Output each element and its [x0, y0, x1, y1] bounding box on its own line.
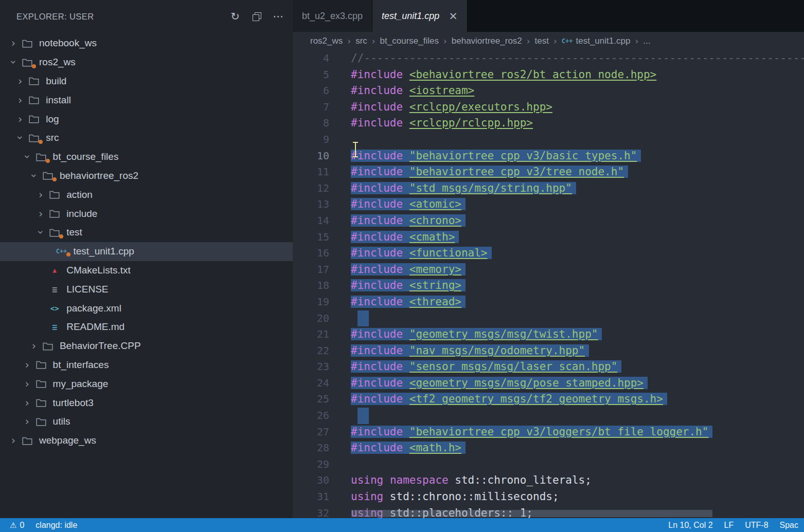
line-content[interactable]: #include <memory> [329, 262, 466, 278]
status-problems[interactable]: ⚠0 [4, 518, 30, 532]
tree-folder-notebook_ws[interactable]: ›notebook_ws [0, 34, 293, 53]
tree-folder-action[interactable]: ›action [0, 185, 293, 204]
line-number: 13 [293, 196, 329, 213]
breadcrumb-item[interactable]: behaviortree_ros2 [452, 36, 522, 46]
code-line: 6#include <iostream> [293, 83, 804, 99]
tree-item-label: CMakeLists.txt [66, 265, 131, 276]
breadcrumb-item[interactable]: C++test_unit1.cpp [562, 36, 631, 46]
tree-item-label: BehaviorTree.CPP [60, 340, 141, 352]
code-line: 18#include <string> [293, 278, 804, 294]
tree-folder-webpage_ws[interactable]: ›webpage_ws [0, 431, 293, 450]
tree-folder-bt_course_files[interactable]: ›bt_course_files [0, 148, 293, 167]
code-line: 19#include <thread> [293, 294, 804, 310]
line-content[interactable]: #include "geometry_msgs/msg/twist.hpp" [329, 326, 602, 343]
line-content[interactable]: #include "std_msgs/msg/string.hpp" [329, 180, 576, 197]
tree-folder-utils[interactable]: ›utils [0, 412, 293, 431]
line-content[interactable]: #include <rclcpp/executors.hpp> [329, 99, 552, 116]
status-indentation[interactable]: Spac [774, 518, 804, 532]
cmake-file-icon: ▲ [47, 266, 62, 274]
tree-file-test_unit1.cpp[interactable]: C++test_unit1.cpp [0, 242, 293, 261]
line-number: 18 [293, 278, 329, 294]
tree-folder-bt_interfaces[interactable]: ›bt_interfaces [0, 356, 293, 375]
breadcrumb-label: bt_course_files [380, 36, 439, 46]
line-number: 21 [293, 326, 329, 343]
tree-folder-src[interactable]: ›src [0, 129, 293, 148]
breadcrumb-item[interactable]: src [355, 36, 367, 46]
tree-folder-test[interactable]: ›test [0, 223, 293, 242]
line-content[interactable]: #include "sensor_msgs/msg/laser_scan.hpp… [329, 359, 621, 375]
tree-file-CMakeLists.txt[interactable]: ▲CMakeLists.txt [0, 261, 293, 280]
line-content[interactable]: #include <iostream> [329, 83, 474, 99]
line-content[interactable] [329, 310, 369, 327]
status-cursor-position[interactable]: Ln 10, Col 2 [663, 518, 718, 532]
horizontal-scrollbar[interactable] [351, 510, 712, 517]
line-content[interactable]: #include <math.h> [329, 440, 466, 456]
tree-folder-ros2_ws[interactable]: ›ros2_ws [0, 53, 293, 72]
tree-file-package.xml[interactable]: <>package.xml [0, 299, 293, 318]
status-clangd[interactable]: clangd: idle [30, 518, 83, 532]
line-content[interactable]: #include <chrono> [329, 213, 466, 229]
tab-test_unit1.cpp[interactable]: test_unit1.cpp× [372, 0, 468, 32]
tree-item-label: include [66, 208, 97, 219]
code-line: 9 [293, 132, 804, 148]
line-content[interactable] [329, 456, 351, 473]
more-actions-button[interactable]: ⋯ [270, 8, 287, 25]
folder-icon [47, 228, 62, 237]
chevron-right-icon: › [14, 75, 26, 87]
line-content[interactable]: #include <behaviortree_ros2/bt_action_no… [329, 67, 656, 83]
chevron-down-icon: › [21, 151, 33, 163]
refresh-explorer-button[interactable]: ↻ [227, 8, 243, 25]
line-content[interactable]: #include <atomic> [329, 196, 466, 213]
tree-folder-install[interactable]: ›install [0, 90, 293, 109]
line-number: 27 [293, 424, 329, 441]
line-content[interactable]: #include "behaviortree_cpp_v3/loggers/bt… [329, 424, 712, 441]
tree-folder-my_package[interactable]: ›my_package [0, 374, 293, 393]
selection-highlight [358, 310, 369, 327]
selection-highlight: #include <math.h> [351, 442, 466, 454]
line-number: 17 [293, 262, 329, 278]
tree-folder-BehaviorTree.CPP[interactable]: ›BehaviorTree.CPP [0, 337, 293, 356]
modified-dot [39, 140, 43, 144]
tree-folder-turtlebot3[interactable]: ›turtlebot3 [0, 393, 293, 412]
line-content[interactable]: using std::chrono::milliseconds; [329, 489, 559, 505]
line-content[interactable]: #include <string> [329, 278, 466, 294]
tree-folder-include[interactable]: ›include [0, 204, 293, 223]
breadcrumb-item[interactable]: bt_course_files [380, 36, 439, 46]
tree-folder-log[interactable]: ›log [0, 109, 293, 129]
status-eol-sequence[interactable]: LF [719, 518, 740, 532]
line-content[interactable]: //--------------------------------------… [329, 50, 804, 67]
breadcrumb-item[interactable]: test [535, 36, 549, 46]
folder-icon [33, 398, 49, 407]
breadcrumb-item[interactable]: ros2_ws [310, 36, 343, 46]
collapse-folders-button[interactable] [248, 8, 265, 25]
close-icon[interactable]: × [449, 10, 458, 22]
tab-bt_u2_ex3.cpp[interactable]: bt_u2_ex3.cpp [293, 0, 372, 32]
line-content[interactable]: #include <thread> [329, 294, 466, 310]
line-content[interactable]: #include <functional> [329, 245, 492, 262]
selection-highlight [358, 408, 369, 424]
line-content[interactable]: #include <cmath> [329, 229, 459, 246]
selection-highlight: #include "sensor_msgs/msg/laser_scan.hpp… [351, 360, 621, 373]
tree-item-label: webpage_ws [39, 435, 96, 446]
line-content[interactable]: using namespace std::chrono_literals; [329, 472, 592, 489]
line-content[interactable]: #include <geometry_msgs/msg/pose_stamped… [329, 375, 648, 392]
modified-dot [46, 159, 50, 163]
line-content[interactable]: #include "behaviortree_cpp_v3/basic_type… [329, 148, 641, 164]
tree-folder-behaviortree_ros2[interactable]: ›behaviortree_ros2 [0, 167, 293, 186]
line-content[interactable] [329, 408, 369, 424]
line-content[interactable]: #include <tf2_geometry_msgs/tf2_geometry… [329, 391, 667, 408]
tree-file-README.md[interactable]: ≡README.md [0, 318, 293, 337]
breadcrumb-item[interactable]: ... [643, 36, 650, 46]
tree-folder-build[interactable]: ›build [0, 72, 293, 91]
code-line: 24#include <geometry_msgs/msg/pose_stamp… [293, 375, 804, 392]
status-encoding[interactable]: UTF-8 [739, 518, 774, 532]
line-content[interactable]: #include "behaviortree_cpp_v3/tree_node.… [329, 164, 628, 180]
line-content[interactable]: #include <rclcpp/rclcpp.hpp> [329, 115, 533, 132]
tree-file-LICENSE[interactable]: ≡LICENSE [0, 280, 293, 299]
code-area[interactable]: 4//-------------------------------------… [293, 50, 804, 518]
selection-highlight: #include <functional> [351, 247, 492, 259]
chevron-right-icon: › [14, 94, 26, 106]
line-content[interactable] [329, 132, 351, 148]
line-content[interactable]: #include "nav_msgs/msg/odometry.hpp" [329, 343, 589, 359]
code-line: 17#include <memory> [293, 262, 804, 278]
